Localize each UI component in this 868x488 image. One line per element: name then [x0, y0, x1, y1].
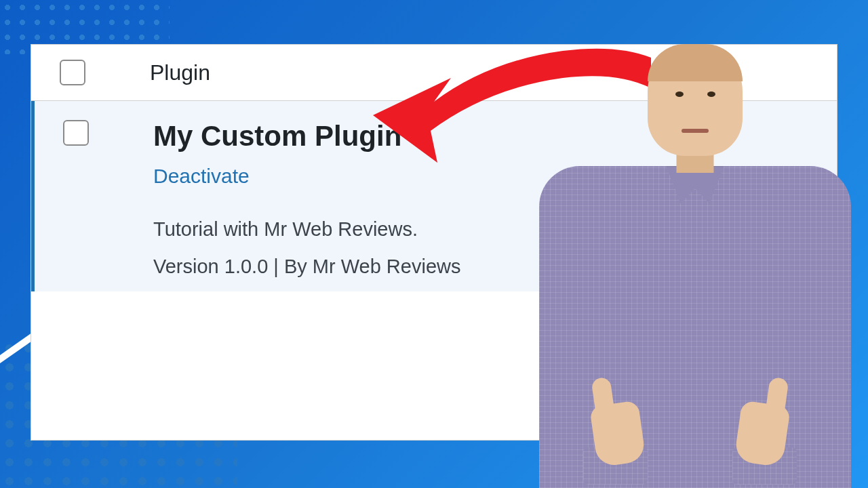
- select-all-checkbox[interactable]: [60, 60, 85, 85]
- presenter-image: [522, 37, 868, 488]
- column-header-plugin: Plugin: [150, 60, 210, 85]
- plugin-checkbox[interactable]: [63, 120, 89, 146]
